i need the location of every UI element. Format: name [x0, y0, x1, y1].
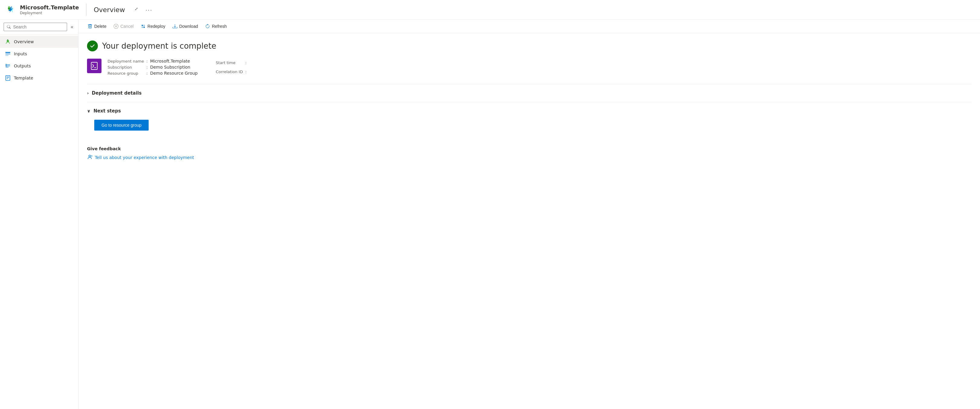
feedback-title: Give feedback: [87, 146, 972, 151]
content-area: Delete Cancel: [78, 20, 980, 409]
sidebar-nav: Overview Inputs: [0, 34, 78, 85]
next-steps-section: ∨ Next steps Go to resource group: [87, 102, 972, 136]
more-button[interactable]: ···: [143, 5, 155, 14]
next-steps-header[interactable]: ∨ Next steps: [87, 107, 972, 115]
pin-button[interactable]: [132, 5, 142, 14]
deployment-fields-right: Start time : Correlation ID :: [216, 59, 249, 75]
outputs-icon: [5, 63, 11, 69]
start-time-label: Start time: [216, 61, 243, 65]
go-to-resource-group-button[interactable]: Go to resource group: [94, 120, 149, 131]
search-input-wrapper[interactable]: [4, 23, 67, 31]
template-icon: [5, 75, 11, 81]
inputs-icon: [5, 51, 11, 57]
sep2: :: [146, 65, 148, 70]
cancel-icon: [114, 24, 118, 29]
next-steps-chevron: ∨: [87, 109, 90, 113]
collapse-icon: «: [71, 24, 73, 29]
sep5: :: [245, 70, 247, 74]
refresh-label: Refresh: [212, 24, 227, 29]
deployment-logo-icon: [87, 59, 102, 73]
search-icon: [7, 25, 11, 29]
success-banner: Your deployment is complete: [87, 40, 972, 51]
cancel-label: Cancel: [120, 24, 134, 29]
download-label: Download: [179, 24, 198, 29]
app-container: Microsoft.Template Deployment Overview ·…: [0, 0, 980, 409]
download-icon: [172, 24, 177, 29]
sidebar-item-inputs-label: Inputs: [14, 51, 27, 56]
svg-rect-16: [142, 27, 143, 28]
svg-rect-6: [5, 55, 8, 56]
success-title: Your deployment is complete: [102, 42, 216, 51]
deployment-details-chevron: ›: [87, 91, 89, 96]
refresh-button[interactable]: Refresh: [202, 22, 230, 30]
svg-rect-10: [6, 75, 10, 80]
subscription-label: Subscription: [108, 65, 144, 70]
more-icon: ···: [146, 6, 153, 13]
refresh-icon: [205, 24, 210, 29]
deployment-details-section: › Deployment details: [87, 84, 972, 102]
template-deployment-icon: [90, 62, 99, 70]
sidebar-item-outputs-label: Outputs: [14, 64, 31, 68]
svg-rect-14: [142, 25, 143, 26]
toolbar: Delete Cancel: [78, 20, 980, 33]
checkmark-icon: [89, 43, 95, 49]
header-title-block: Microsoft.Template Deployment: [20, 4, 79, 15]
header-actions: ···: [132, 5, 155, 14]
sidebar-item-inputs[interactable]: Inputs: [0, 48, 78, 60]
feedback-link-label: Tell us about your experience with deplo…: [95, 155, 194, 160]
sidebar-item-outputs[interactable]: Outputs: [0, 60, 78, 72]
deployment-fields-container: Deployment name : Microsoft.Template Sub…: [108, 59, 249, 75]
redeploy-button[interactable]: Redeploy: [138, 22, 168, 30]
sidebar-item-overview[interactable]: Overview: [0, 36, 78, 48]
svg-point-20: [89, 155, 91, 157]
header-logo: Microsoft.Template Deployment: [6, 4, 79, 15]
svg-point-2: [8, 8, 10, 9]
azure-logo-icon: [6, 4, 17, 15]
correlation-id-label: Correlation ID: [216, 70, 243, 74]
download-button[interactable]: Download: [169, 22, 201, 30]
next-steps-title: Next steps: [93, 108, 121, 113]
deployment-fields-left: Deployment name : Microsoft.Template Sub…: [108, 59, 197, 75]
feedback-link[interactable]: Tell us about your experience with deplo…: [87, 154, 972, 161]
page-content: Your deployment is complete Deployment n: [78, 33, 980, 409]
overview-icon: [5, 39, 11, 45]
feedback-section: Give feedback Tell us about your experie…: [87, 141, 972, 161]
delete-button[interactable]: Delete: [84, 22, 109, 30]
sidebar-item-template-label: Template: [14, 75, 33, 80]
subscription-value: Demo Subscription: [150, 65, 197, 70]
redeploy-label: Redeploy: [148, 24, 165, 29]
sidebar: « Overview: [0, 20, 78, 409]
main-layout: « Overview: [0, 20, 980, 409]
delete-label: Delete: [94, 24, 107, 29]
page-title: Overview: [94, 6, 125, 14]
sep1: :: [146, 59, 148, 64]
pin-icon: [135, 7, 140, 12]
sidebar-item-template[interactable]: Template: [0, 72, 78, 84]
resource-group-value: Demo Resource Group: [150, 71, 197, 75]
app-subtitle: Deployment: [20, 11, 79, 15]
svg-rect-5: [5, 54, 10, 54]
sidebar-item-overview-label: Overview: [14, 39, 34, 44]
delete-icon: [88, 24, 92, 29]
header: Microsoft.Template Deployment Overview ·…: [0, 0, 980, 20]
deployment-info: Deployment name : Microsoft.Template Sub…: [87, 59, 972, 75]
svg-rect-17: [143, 27, 145, 28]
deployment-details-header[interactable]: › Deployment details: [87, 89, 972, 97]
deployment-details-title: Deployment details: [92, 90, 142, 96]
search-container: «: [0, 20, 78, 34]
deployment-name-value: Microsoft.Template: [150, 59, 197, 64]
header-divider: [86, 4, 86, 16]
resource-group-label: Resource group: [108, 71, 144, 75]
sep4: :: [245, 61, 247, 65]
feedback-icon: [87, 154, 92, 161]
svg-rect-15: [143, 25, 145, 26]
success-icon: [87, 40, 98, 51]
person-feedback-icon: [87, 154, 92, 160]
svg-rect-4: [5, 52, 10, 53]
svg-rect-18: [91, 62, 97, 70]
redeploy-icon: [141, 24, 146, 29]
cancel-button[interactable]: Cancel: [111, 22, 137, 30]
sep3: :: [146, 71, 148, 75]
collapse-button[interactable]: «: [70, 23, 75, 31]
search-input[interactable]: [13, 24, 64, 29]
